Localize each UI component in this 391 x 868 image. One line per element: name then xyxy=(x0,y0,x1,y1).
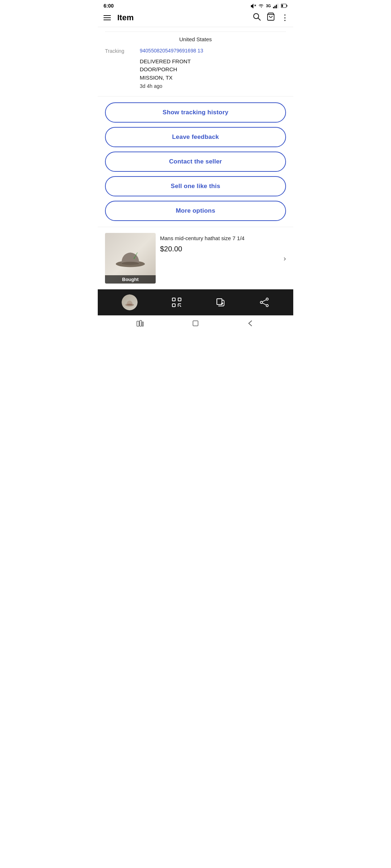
leave-feedback-button[interactable]: Leave feedback xyxy=(105,127,286,147)
home-button[interactable] xyxy=(192,320,199,329)
hat-illustration xyxy=(114,246,147,271)
back-button[interactable] xyxy=(247,320,255,328)
product-section: Bought Mans mid-century hathat size 7 1/… xyxy=(98,227,293,284)
mute-icon xyxy=(250,3,256,8)
svg-line-27 xyxy=(262,303,266,305)
svg-point-24 xyxy=(266,305,268,307)
search-button[interactable] xyxy=(253,13,261,23)
nav-icons: ⋮ xyxy=(253,12,289,23)
svg-rect-31 xyxy=(193,321,198,326)
svg-rect-7 xyxy=(287,5,287,7)
thumbnail-hat-icon xyxy=(125,297,135,307)
share-icon xyxy=(259,297,269,307)
svg-rect-4 xyxy=(276,5,277,8)
status-icons: 3G xyxy=(250,3,287,8)
svg-rect-30 xyxy=(142,322,143,326)
hamburger-menu-button[interactable] xyxy=(102,14,112,22)
tracking-info: 94055082054979691698 13 DELIVERED FRONT … xyxy=(140,47,286,89)
svg-rect-5 xyxy=(277,4,278,8)
tracking-number[interactable]: 94055082054979691698 13 xyxy=(140,47,286,55)
svg-rect-29 xyxy=(140,320,142,326)
svg-rect-28 xyxy=(137,321,139,326)
delivery-status: DELIVERED FRONT DOOR/PORCH MISSION, TX xyxy=(140,58,286,82)
product-image: Bought xyxy=(105,233,156,284)
signal-icon xyxy=(273,3,279,8)
product-arrow-icon[interactable]: › xyxy=(283,254,286,263)
product-title: Mans mid-century hathat size 7 1/4 xyxy=(160,234,279,242)
scan-icon xyxy=(171,297,182,308)
thumbnail-preview[interactable] xyxy=(122,294,138,310)
sell-one-like-this-button[interactable]: Sell one like this xyxy=(105,176,286,196)
more-options-button-action[interactable]: More options xyxy=(105,201,286,221)
tracking-section: United States Tracking 94055082054979691… xyxy=(98,27,293,97)
tracking-label: Tracking xyxy=(105,47,134,89)
svg-rect-8 xyxy=(282,5,283,7)
svg-rect-16 xyxy=(172,298,175,301)
system-navigation xyxy=(98,315,293,334)
share-button[interactable] xyxy=(259,297,269,307)
country-text: United States xyxy=(105,31,286,42)
wifi-icon xyxy=(258,3,264,8)
svg-point-25 xyxy=(260,301,262,303)
status-bar: 6:00 3G xyxy=(98,0,293,10)
bottom-action-bar xyxy=(98,289,293,315)
status-time: 6:00 xyxy=(104,3,114,9)
page-title: Item xyxy=(116,13,249,22)
product-price: $20.00 xyxy=(160,245,279,253)
svg-rect-2 xyxy=(273,7,274,8)
svg-point-23 xyxy=(266,298,268,300)
svg-line-26 xyxy=(262,300,266,302)
edit-icon xyxy=(215,297,226,307)
svg-line-21 xyxy=(180,305,181,307)
edit-button[interactable] xyxy=(215,297,226,307)
thumbnail-image xyxy=(122,294,138,310)
tracking-row: Tracking 94055082054979691698 13 DELIVER… xyxy=(105,47,286,89)
svg-line-10 xyxy=(258,18,260,20)
show-tracking-history-button[interactable]: Show tracking history xyxy=(105,102,286,123)
product-card[interactable]: Bought Mans mid-century hathat size 7 1/… xyxy=(105,233,286,284)
svg-rect-3 xyxy=(274,6,276,8)
recent-apps-button[interactable] xyxy=(136,320,144,328)
top-navigation: Item ⋮ xyxy=(98,10,293,27)
action-buttons-section: Show tracking history Leave feedback Con… xyxy=(98,97,293,227)
3g-icon: 3G xyxy=(266,4,271,8)
bought-badge: Bought xyxy=(105,275,156,284)
svg-rect-18 xyxy=(172,304,175,307)
svg-rect-17 xyxy=(178,298,181,301)
scan-button[interactable] xyxy=(171,297,182,308)
delivery-time: 3d 4h ago xyxy=(140,83,286,89)
more-options-button[interactable]: ⋮ xyxy=(281,13,289,22)
cart-button[interactable] xyxy=(266,12,275,23)
svg-point-15 xyxy=(127,304,133,305)
contact-seller-button[interactable]: Contact the seller xyxy=(105,152,286,172)
battery-icon xyxy=(281,4,287,8)
svg-point-13 xyxy=(122,262,139,265)
product-info: Mans mid-century hathat size 7 1/4 $20.0… xyxy=(160,233,279,253)
